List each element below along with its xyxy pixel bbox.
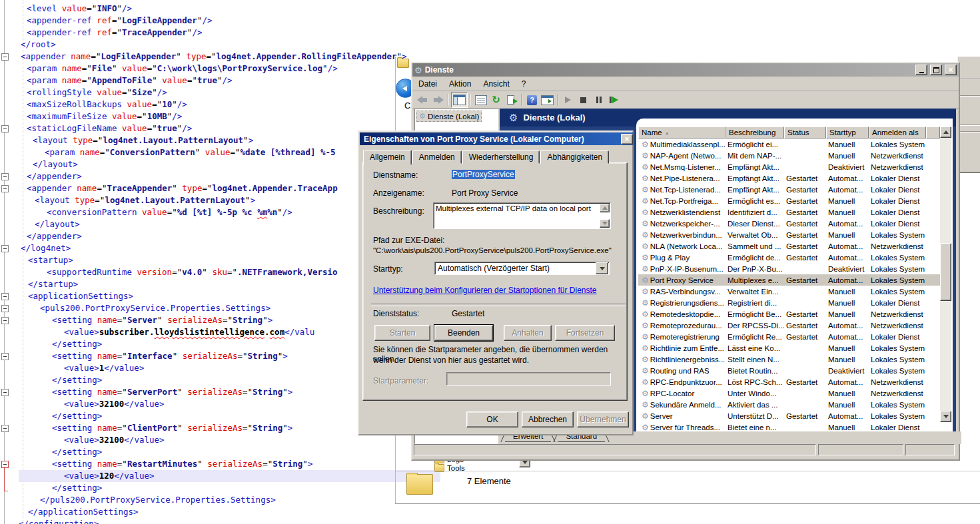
service-starttype-cell: Manuell bbox=[826, 208, 869, 216]
scroll-down-button[interactable] bbox=[600, 219, 610, 228]
toolbar-button-pause-service[interactable] bbox=[591, 93, 606, 107]
tree-item-dienste-lokal[interactable]: ⚙ Dienste (Lokal) bbox=[416, 111, 482, 122]
service-desc-cell: Multiplexes e... bbox=[726, 276, 784, 284]
service-row[interactable]: ⚙Sekundäre Anmeld...Aktiviert das ...Man… bbox=[638, 399, 940, 410]
tab-allgemein[interactable]: Allgemein bbox=[363, 150, 412, 164]
service-row[interactable]: ⚙ServerUnterstützt D...GestartetAutomat.… bbox=[638, 410, 940, 421]
service-row[interactable]: ⚙Net.Tcp-Portfreiga...Ermöglicht es...Ge… bbox=[638, 195, 940, 206]
service-logon-cell: Netzwerkdienst bbox=[869, 390, 940, 397]
close-icon[interactable] bbox=[945, 65, 957, 75]
fold-toggle[interactable] bbox=[1, 185, 9, 192]
fold-toggle[interactable] bbox=[1, 353, 9, 360]
beschreibung-textbox[interactable]: Multiplexes external TCP/IP data on loca… bbox=[433, 202, 611, 229]
service-row[interactable]: ⚙Remoteprozedurau...Der RPCSS-Di...Gesta… bbox=[638, 320, 940, 331]
toolbar-button-restart-service[interactable] bbox=[606, 93, 622, 107]
toolbar-button-help[interactable] bbox=[524, 93, 540, 107]
service-row[interactable]: ⚙Net.Tcp-Listenerad...Empfängt Akt...Ges… bbox=[638, 184, 940, 195]
column-header-stub[interactable] bbox=[926, 127, 940, 138]
maximize-icon[interactable] bbox=[930, 65, 942, 75]
service-row[interactable]: ⚙Remotedesktopdie...Ermöglicht Be...Gest… bbox=[638, 308, 940, 320]
fold-toggle-active[interactable] bbox=[1, 461, 9, 468]
toolbar-button-refresh[interactable] bbox=[488, 93, 504, 107]
code-line: <maxSizeRollBackups value="10"/> bbox=[19, 99, 403, 111]
service-desc-cell: Identifiziert d... bbox=[726, 208, 784, 216]
menu-aktion[interactable]: Aktion bbox=[443, 78, 477, 90]
startparameter-input[interactable] bbox=[446, 372, 611, 386]
service-row[interactable]: ⚙NLA (Network Loca...Sammelt und ...Gest… bbox=[638, 240, 940, 252]
column-header-status[interactable]: Status bbox=[784, 127, 826, 138]
tab-wiederherstellung[interactable]: Wiederherstellung bbox=[462, 150, 540, 164]
service-row[interactable]: ⚙RPC-LocatorUnter Windo...ManuellNetzwer… bbox=[638, 388, 940, 399]
ok-button[interactable]: OK bbox=[466, 411, 518, 427]
toolbar-button-forward[interactable] bbox=[430, 93, 446, 107]
menu-ansicht[interactable]: Ansicht bbox=[477, 78, 515, 90]
fold-toggle[interactable] bbox=[1, 125, 9, 132]
service-row[interactable]: ⚙Net.Pipe-Listenera...Empfängt Akt...Ges… bbox=[638, 172, 940, 184]
toolbar-button-properties[interactable] bbox=[473, 93, 488, 107]
starttyp-combobox[interactable]: Automatisch (Verzögerter Start) bbox=[434, 262, 610, 275]
toolbar-button-start-service[interactable] bbox=[560, 93, 576, 107]
uebernehmen-button[interactable]: Übernehmen bbox=[577, 411, 629, 427]
selected-text: PortProxyService bbox=[452, 170, 515, 179]
minimize-icon[interactable] bbox=[915, 65, 927, 75]
service-row[interactable]: ⚙Net.Msmq-Listener...Empfängt Akt...Deak… bbox=[638, 161, 940, 172]
service-row[interactable]: ⚙Routing und RASBietet Routin...Deaktivi… bbox=[638, 365, 940, 376]
fold-toggle[interactable] bbox=[1, 305, 9, 312]
code-line: <rollingStyle value="Size"/> bbox=[19, 87, 403, 99]
startoptions-help-link[interactable]: Unterstützung beim Konfigurieren der Sta… bbox=[373, 286, 597, 295]
scroll-up-button[interactable] bbox=[600, 204, 610, 212]
close-icon[interactable] bbox=[621, 134, 633, 144]
scrollbar-thumb[interactable] bbox=[940, 243, 951, 301]
fold-toggle[interactable] bbox=[1, 317, 9, 324]
toolbar-button-back[interactable] bbox=[415, 93, 430, 107]
toolbar-button-action-pane[interactable] bbox=[540, 93, 555, 107]
column-header-starttyp[interactable]: Starttyp bbox=[826, 127, 869, 138]
service-row[interactable]: ⚙NetzwerklistendienstIdentifiziert d...G… bbox=[638, 206, 940, 218]
fold-toggle[interactable] bbox=[1, 389, 9, 396]
combo-dropdown-button[interactable] bbox=[596, 262, 608, 274]
starten-button[interactable]: Starten bbox=[374, 325, 430, 341]
service-row[interactable]: ⚙RPC-Endpunktzuor...Löst RPC-Sch...Gesta… bbox=[638, 376, 940, 388]
service-row[interactable]: ⚙RAS-Verbindungsv...Verwaltet Ein...Manu… bbox=[638, 286, 940, 297]
service-starttype-cell: Automat... bbox=[826, 220, 869, 228]
scroll-down-button[interactable] bbox=[940, 411, 951, 422]
fold-toggle[interactable] bbox=[1, 293, 9, 300]
anhalten-button[interactable]: Anhalten bbox=[504, 325, 552, 341]
service-row[interactable]: ⚙Registrierungsdiens...Registriert di...… bbox=[638, 297, 940, 308]
abbrechen-button[interactable]: Abbrechen bbox=[522, 411, 574, 427]
service-row[interactable]: ⚙RemoteregistrierungErmöglicht Re...Gest… bbox=[638, 331, 940, 342]
toolbar-button-show-tree[interactable] bbox=[451, 92, 468, 108]
fold-toggle[interactable] bbox=[1, 425, 9, 432]
fold-toggle[interactable] bbox=[1, 245, 9, 252]
menu-datei[interactable]: Datei bbox=[412, 78, 443, 90]
service-row[interactable]: ⚙Multimediaklassenpl...Ermöglicht ei...M… bbox=[638, 138, 940, 150]
fortsetzen-button[interactable]: Fortsetzen bbox=[555, 325, 615, 341]
service-row[interactable]: ⚙Port Proxy ServiceMultiplexes e...Gesta… bbox=[638, 274, 940, 286]
service-row[interactable]: ⚙NAP-Agent (Netwo...Mit dem NAP-...Manue… bbox=[638, 150, 940, 161]
toolbar-button-export-list[interactable] bbox=[504, 93, 519, 107]
fold-toggle[interactable] bbox=[1, 53, 9, 61]
menu-hilfe[interactable]: ? bbox=[516, 78, 532, 90]
column-header-beschreibung[interactable]: Beschreibung bbox=[726, 127, 784, 138]
service-row[interactable]: ⚙Plug & PlayErmöglicht de...GestartetAut… bbox=[638, 252, 940, 263]
vertical-scrollbar[interactable] bbox=[940, 127, 951, 422]
service-starttype-cell: Automat... bbox=[826, 242, 869, 250]
toolbar-button-stop-service[interactable] bbox=[576, 93, 591, 107]
service-row[interactable]: ⚙Netzwerkspeicher-...Dieser Dienst...Ges… bbox=[638, 218, 940, 229]
services-titlebar[interactable]: ⚙ Dienste bbox=[412, 63, 959, 77]
service-row[interactable]: ⚙Netzwerkverbindun...Verwaltet Ob...Gest… bbox=[638, 229, 940, 240]
service-row[interactable]: ⚙PnP-X-IP-Busenum...Der PnP-X-Bu...Deakt… bbox=[638, 263, 940, 274]
beenden-button[interactable]: Beenden bbox=[434, 325, 493, 341]
service-row[interactable]: ⚙Server für Threads...Bietet eine n...Ma… bbox=[638, 421, 940, 431]
properties-dialog: Eigenschaften von Port Proxy Service (Lo… bbox=[358, 131, 634, 435]
tab-abhaengigkeiten[interactable]: Abhängigkeiten bbox=[540, 150, 609, 164]
column-header-name[interactable]: Name▲ bbox=[638, 127, 726, 138]
dialog-titlebar[interactable]: Eigenschaften von Port Proxy Service (Lo… bbox=[360, 132, 634, 145]
scroll-up-button[interactable] bbox=[940, 127, 951, 138]
service-row[interactable]: ⚙Richtlinienergebniss...Stellt einen N..… bbox=[638, 354, 940, 365]
tab-anmelden[interactable]: Anmelden bbox=[412, 150, 462, 164]
column-header-anmelden-als[interactable]: Anmelden als bbox=[869, 127, 926, 138]
fold-toggle[interactable] bbox=[1, 173, 9, 180]
service-name-cell: ⚙Routing und RAS bbox=[638, 367, 726, 375]
service-row[interactable]: ⚙Richtlinie zum Entfe...Lässt eine Ko...… bbox=[638, 342, 940, 354]
